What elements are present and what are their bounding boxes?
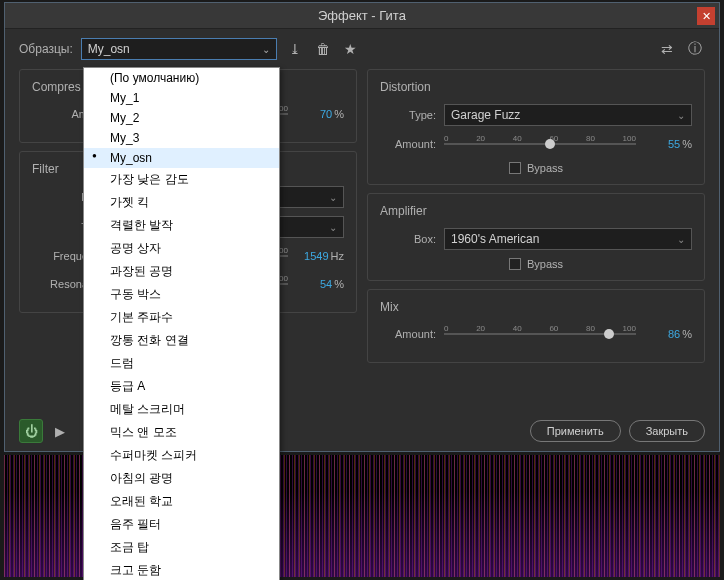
distortion-type-value: Garage Fuzz <box>451 108 520 122</box>
amplifier-box-label: Box: <box>380 233 436 245</box>
preset-option[interactable]: 수퍼마켓 스피커 <box>84 444 279 467</box>
distortion-amount-label: Amount: <box>380 138 436 150</box>
titlebar[interactable]: Эффект - Гитa ✕ <box>5 3 719 29</box>
mix-panel: Mix Amount: 020406080100 86% <box>367 289 705 363</box>
delete-preset-icon[interactable]: 🗑 <box>313 39 333 59</box>
preset-option[interactable]: My_2 <box>84 108 279 128</box>
amplifier-bypass-label: Bypass <box>527 258 563 270</box>
presets-popup[interactable]: (По умолчанию)My_1My_2My_3My_osn가장 낮은 감도… <box>83 67 280 580</box>
distortion-amount-slider[interactable]: 020406080100 <box>444 134 636 154</box>
preset-option[interactable]: 구동 박스 <box>84 283 279 306</box>
distortion-bypass-label: Bypass <box>527 162 563 174</box>
preset-option[interactable]: 과장된 공명 <box>84 260 279 283</box>
preset-option[interactable]: My_1 <box>84 88 279 108</box>
mix-amount-value: 86% <box>644 328 692 340</box>
mix-title: Mix <box>380 300 692 314</box>
amplifier-box-value: 1960's American <box>451 232 539 246</box>
preset-option[interactable]: 가젯 킥 <box>84 191 279 214</box>
presets-selected-value: My_osn <box>88 42 130 56</box>
play-button[interactable]: ▶ <box>51 424 69 439</box>
preset-option[interactable]: 믹스 앤 모조 <box>84 421 279 444</box>
compressor-amount-label: Am <box>32 108 88 120</box>
filter-reso-label: Resona <box>32 278 88 290</box>
preset-option[interactable]: 오래된 학교 <box>84 490 279 513</box>
chevron-down-icon: ⌄ <box>677 234 685 245</box>
chevron-down-icon: ⌄ <box>677 110 685 121</box>
filter-reso-value: 54% <box>296 278 344 290</box>
distortion-panel: Distortion Type: Garage Fuzz ⌄ Amount: 0… <box>367 69 705 185</box>
filter-t-label: T <box>32 221 88 233</box>
preset-option[interactable]: 공명 상자 <box>84 237 279 260</box>
filter-freq-label: Freque <box>32 250 88 262</box>
presets-label: Образцы: <box>19 42 73 56</box>
power-button[interactable]: ⏻ <box>19 419 43 443</box>
preset-option[interactable]: 등급 A <box>84 375 279 398</box>
mix-amount-label: Amount: <box>380 328 436 340</box>
chevron-down-icon: ⌄ <box>262 44 270 55</box>
mix-amount-slider[interactable]: 020406080100 <box>444 324 636 344</box>
chevron-down-icon: ⌄ <box>329 222 337 233</box>
preset-option[interactable]: My_osn <box>84 148 279 168</box>
preset-option[interactable]: 조금 탑 <box>84 536 279 559</box>
amplifier-bypass-checkbox[interactable] <box>509 258 521 270</box>
preset-option[interactable]: 기본 주파수 <box>84 306 279 329</box>
routing-icon[interactable]: ⇄ <box>657 39 677 59</box>
distortion-bypass-checkbox[interactable] <box>509 162 521 174</box>
preset-option[interactable]: 메탈 스크리머 <box>84 398 279 421</box>
amplifier-title: Amplifier <box>380 204 692 218</box>
info-icon[interactable]: ⓘ <box>685 39 705 59</box>
window-close-button[interactable]: ✕ <box>697 7 715 25</box>
preset-option[interactable]: 음주 필터 <box>84 513 279 536</box>
preset-option[interactable]: My_3 <box>84 128 279 148</box>
favorite-icon[interactable]: ★ <box>341 39 361 59</box>
amplifier-box-dropdown[interactable]: 1960's American ⌄ <box>444 228 692 250</box>
preset-option[interactable]: 드럼 <box>84 352 279 375</box>
distortion-type-label: Type: <box>380 109 436 121</box>
save-preset-icon[interactable]: ⤓ <box>285 39 305 59</box>
distortion-type-dropdown[interactable]: Garage Fuzz ⌄ <box>444 104 692 126</box>
window-title: Эффект - Гитa <box>318 8 406 23</box>
filter-f-label: F <box>32 191 88 203</box>
apply-button[interactable]: Применить <box>530 420 621 442</box>
distortion-amount-value: 55% <box>644 138 692 150</box>
preset-option[interactable]: 가장 낮은 감도 <box>84 168 279 191</box>
preset-option[interactable]: 깡통 전화 연결 <box>84 329 279 352</box>
presets-dropdown[interactable]: My_osn ⌄ <box>81 38 277 60</box>
chevron-down-icon: ⌄ <box>329 192 337 203</box>
preset-option[interactable]: 격렬한 발작 <box>84 214 279 237</box>
close-button[interactable]: Закрыть <box>629 420 705 442</box>
preset-option[interactable]: (По умолчанию) <box>84 68 279 88</box>
compressor-amount-value: 70% <box>296 108 344 120</box>
distortion-title: Distortion <box>380 80 692 94</box>
distortion-ticks: 020406080100 <box>444 134 636 143</box>
amplifier-panel: Amplifier Box: 1960's American ⌄ Bypass <box>367 193 705 281</box>
presets-row: Образцы: My_osn ⌄ ⤓ 🗑 ★ ⇄ ⓘ <box>5 29 719 69</box>
filter-freq-value: 1549Hz <box>296 250 344 262</box>
preset-option[interactable]: 아침의 광명 <box>84 467 279 490</box>
preset-option[interactable]: 크고 둔함 <box>84 559 279 580</box>
